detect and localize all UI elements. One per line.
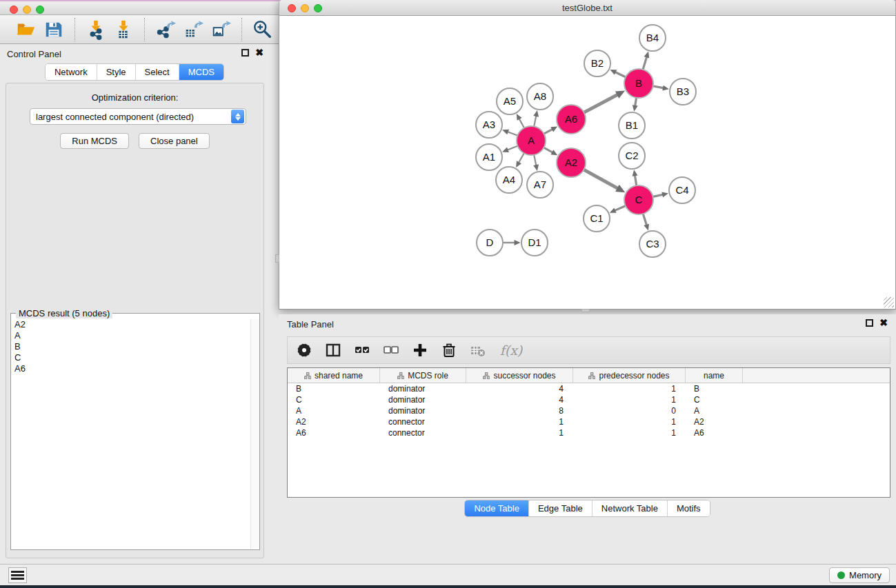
node-label: A2 (565, 156, 577, 168)
arrowhead-icon (644, 52, 650, 59)
tab-edge-table[interactable]: Edge Table (528, 500, 592, 516)
edge-C-C3[interactable] (643, 212, 647, 226)
tab-node-table[interactable]: Node Table (465, 500, 528, 516)
node-label: A8 (534, 90, 546, 102)
save-floppy-button[interactable] (40, 19, 68, 41)
edge-B-B2[interactable] (615, 72, 627, 78)
node-table[interactable]: shared nameMCDS rolesuccessor nodesprede… (287, 367, 890, 498)
table-cell: 1 (573, 394, 686, 405)
node-label: B (635, 77, 642, 89)
result-scrollbar[interactable] (250, 319, 259, 549)
table-cell: 0 (573, 405, 686, 416)
tab-style[interactable]: Style (97, 64, 135, 80)
tab-network[interactable]: Network (46, 64, 97, 80)
table-row[interactable]: Bdominator41B (288, 383, 890, 394)
table-toolbar: f(x) (287, 336, 890, 364)
split-columns-button[interactable] (323, 341, 343, 360)
tab-mcds[interactable]: MCDS (179, 64, 223, 80)
export-network-button[interactable] (152, 19, 179, 41)
node-label: A4 (503, 174, 515, 185)
trash-icon (441, 343, 457, 358)
zoom-in-icon (252, 19, 273, 40)
open-folder-button[interactable] (12, 19, 40, 41)
edge-A6-B[interactable] (583, 94, 619, 113)
network-window-titlebar[interactable]: testGlobe.txt (279, 0, 896, 16)
table-cell: 8 (466, 405, 573, 416)
export-table-button[interactable] (179, 19, 207, 41)
plus-button[interactable] (410, 341, 430, 360)
memory-button[interactable]: Memory (829, 567, 890, 583)
close-panel-button[interactable]: Close panel (139, 133, 210, 149)
table-cell: 1 (573, 416, 686, 427)
mcds-result-list[interactable]: A2ABCA6 (12, 319, 250, 549)
table-cell: A6 (686, 427, 743, 438)
vertical-scroll-thumb[interactable] (275, 254, 279, 263)
node-label: B4 (646, 32, 659, 43)
table-cell: dominator (380, 383, 466, 394)
table-row[interactable]: Cdominator41C (288, 394, 890, 405)
import-network-button[interactable] (82, 19, 110, 41)
checked-pair-button[interactable] (352, 341, 372, 360)
function-fx-button: f(x) (497, 341, 525, 360)
gear-button[interactable] (295, 341, 314, 360)
horizontal-scroll-thumb[interactable] (581, 309, 590, 312)
edge-B-B4[interactable] (643, 56, 648, 70)
gear-icon (297, 343, 312, 358)
network-canvas[interactable]: B4B2BB3A5A8A6A3B1AC2A1A2A4A7C4CC1C3DD1 (279, 16, 896, 310)
open-folder-icon (16, 19, 37, 40)
table-row[interactable]: A6connector11A6 (288, 427, 890, 438)
column-header-successor-nodes[interactable]: successor nodes (466, 368, 573, 383)
column-header-MCDS-role[interactable]: MCDS role (380, 368, 466, 383)
table-cell: C (686, 394, 743, 405)
node-label: A7 (534, 179, 546, 190)
column-header-filler (743, 368, 890, 383)
float-table-panel-icon[interactable] (866, 319, 873, 327)
result-item[interactable]: A6 (12, 363, 250, 374)
table-row[interactable]: Adominator80A (288, 405, 890, 416)
run-mcds-button[interactable]: Run MCDS (60, 133, 129, 149)
column-header-shared-name[interactable]: shared name (288, 368, 380, 383)
node-label: C2 (625, 150, 638, 161)
result-item[interactable]: A2 (12, 319, 250, 330)
arrowhead-icon (502, 147, 509, 152)
node-label: A5 (504, 95, 516, 107)
edge-C-C1[interactable] (614, 205, 626, 211)
save-floppy-icon (43, 19, 64, 40)
table-cell: B (686, 383, 743, 394)
table-cell: dominator (380, 405, 466, 416)
tab-network-table[interactable]: Network Table (592, 500, 667, 516)
result-item[interactable]: A (12, 330, 250, 341)
import-table-button[interactable] (110, 19, 137, 41)
unchecked-pair-button[interactable] (381, 341, 401, 360)
edge-A2-C[interactable] (583, 169, 619, 189)
table-cell: A2 (686, 416, 743, 427)
zoom-in-button[interactable] (249, 19, 277, 41)
table-row[interactable]: A2connector11A2 (288, 416, 890, 427)
tab-motifs[interactable]: Motifs (667, 500, 710, 516)
control-panel: Control Panel ✖ NetworkStyleSelectMCDS O… (0, 44, 269, 564)
node-label: B3 (677, 85, 689, 97)
trash-button[interactable] (439, 341, 459, 360)
arrowhead-icon (633, 170, 638, 176)
column-header-name[interactable]: name (686, 368, 743, 383)
result-item[interactable]: B (12, 341, 250, 352)
float-panel-icon[interactable] (241, 49, 249, 57)
table-cell: 1 (573, 383, 686, 394)
resize-grip[interactable] (884, 297, 894, 307)
import-table-icon (113, 19, 134, 40)
column-header-predecessor-nodes[interactable]: predecessor nodes (573, 368, 686, 383)
node-label: B2 (591, 57, 604, 69)
close-table-panel-icon[interactable]: ✖ (879, 319, 888, 327)
node-label: C (635, 194, 643, 205)
table-cell: B (288, 383, 380, 394)
close-panel-icon[interactable]: ✖ (255, 49, 263, 57)
table-cell: A (686, 405, 743, 416)
table-cell: A2 (288, 416, 380, 427)
tab-select[interactable]: Select (135, 64, 179, 80)
export-image-button[interactable] (207, 19, 235, 41)
task-history-button[interactable] (8, 567, 27, 583)
checked-pair-icon (355, 343, 370, 358)
table-cell: 1 (466, 427, 573, 438)
criterion-dropdown[interactable]: largest connected component (directed) (30, 108, 246, 125)
result-item[interactable]: C (12, 352, 250, 363)
